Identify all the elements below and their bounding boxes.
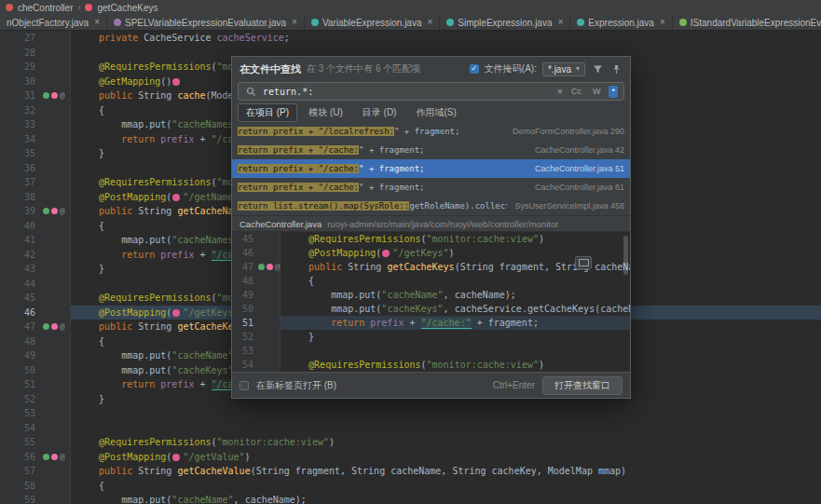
pin-icon[interactable] [609,62,623,75]
preview-code-line[interactable]: 46 @PostMapping("/getKeys") [232,246,630,260]
floating-editor-toolbar-icon[interactable] [575,256,592,269]
code-line[interactable]: 57 public String getCacheValue(String fr… [0,464,821,479]
preview-code-line[interactable]: 45 @RequiresPermissions("monitor:cache:v… [232,232,630,246]
line-number: 35 [0,146,43,161]
editor-tab-bar: nObjectFactory.java×SPELVariableExpressi… [0,15,821,31]
code-segment: , cacheName); [234,495,307,504]
url-mapping-inlay-icon [172,309,180,317]
scope-tab[interactable]: 作用域(S) [407,103,464,122]
code-segment: prefix [160,379,194,389]
code-line[interactable]: 27 private CacheService cacheService; [0,31,821,46]
editor-tab[interactable]: SimpleExpression.java× [440,15,570,30]
spring-mapping-icon[interactable] [43,454,49,460]
method-marker-icon[interactable] [51,92,58,99]
result-file-ref: CacheController.java 61 [535,183,624,192]
spring-mapping-icon[interactable] [43,208,49,214]
tab-close-icon[interactable]: × [292,18,297,27]
preview-gutter-icon-area: @ [258,260,281,274]
line-number: 40 [0,219,43,234]
spring-mapping-icon[interactable] [258,264,265,270]
code-segment: "/getValue" [183,452,244,462]
search-result-row[interactable]: return list.stream().map(SysRole::getRol… [232,197,630,215]
search-result-row[interactable]: return prefix + "/localrefresh:" + fragm… [232,122,630,141]
code-segment: ) [329,437,335,447]
filter-icon[interactable] [591,62,604,75]
tab-close-icon[interactable]: × [427,18,432,27]
editor-tab[interactable]: SPELVariableExpressionEvaluator.java× [107,15,305,30]
code-segment: () [160,76,171,87]
code-segment: return [76,134,160,144]
breadcrumb-method[interactable]: getCacheKeys [97,3,157,13]
breadcrumb-class[interactable]: cheController [18,3,73,13]
gutter-icon-area [43,392,71,407]
gutter-icon-area [43,421,71,436]
scope-tab[interactable]: 模块 (U) [300,103,351,122]
spring-mapping-icon[interactable] [43,92,49,99]
tab-close-icon[interactable]: × [94,18,100,27]
tab-label: nObjectFactory.java [7,18,89,28]
search-result-row[interactable]: return prefix + "/cache:" + fragment;Cac… [232,159,630,178]
gutter-icon-area [43,117,71,132]
editor-tab[interactable]: nObjectFactory.java× [0,15,107,30]
method-marker-icon[interactable] [51,454,58,460]
code-segment: @PostMapping [76,307,166,318]
open-find-window-button[interactable]: 打开查找窗口 [542,376,623,395]
scope-tab[interactable]: 目录 (D) [354,103,405,122]
scope-tab[interactable]: 在项目 (P) [238,103,297,122]
preview-code-line[interactable]: 54 @RequiresPermissions("monitor:cache:v… [232,358,630,372]
preview-code-line[interactable]: 52 } [232,330,630,344]
result-file-ref: DemoFormController.java 290 [513,127,624,136]
code-line[interactable]: 54 [0,421,821,436]
find-in-files-popup: 在文件中查找 在 3 个文件中有 6 个匹配项 ✓ 文件掩码(A): *.jav… [231,56,631,399]
match-case-toggle[interactable]: Cc [568,86,584,98]
method-marker-icon[interactable] [51,323,58,330]
code-segment: @PostMapping [76,452,166,462]
editor-tab[interactable]: IStandardVariableExpressionEvaluator.jav… [673,15,821,30]
open-in-new-tab-checkbox[interactable] [239,381,249,390]
line-number: 52 [0,392,43,407]
method-marker-icon[interactable] [267,264,273,270]
code-line[interactable]: 56@ @PostMapping("/getValue") [0,450,821,465]
gutter-icon-area [43,31,71,46]
code-line[interactable]: 59 mmap.put("cacheName", cacheName); [0,493,821,504]
words-toggle[interactable]: W [590,86,604,98]
method-marker-icon[interactable] [51,208,58,214]
tab-close-icon[interactable]: × [660,18,665,27]
code-segment: String [138,321,177,332]
editor-tab[interactable]: Expression.java× [570,15,672,30]
preview-code-line[interactable]: 53 [232,344,630,358]
search-input[interactable] [263,87,552,97]
breadcrumb-separator: › [77,3,80,12]
preview-code-line[interactable]: 50 mmap.put("cacheKeys", cacheService.ge… [232,302,630,316]
clear-search-icon[interactable]: × [557,87,563,97]
spring-mapping-icon[interactable] [43,323,49,330]
code-segment: @RequiresPermissions [76,177,212,187]
preview-code-text: mmap.put("cacheKeys", cacheService.getCa… [281,302,630,316]
preview-scrollbar[interactable] [623,236,628,275]
search-result-row[interactable]: return prefix + "/cache:" + fragment;Cac… [232,141,630,159]
search-result-row[interactable]: return prefix + "/cache:" + fragment;Cac… [232,178,630,197]
line-number: 38 [0,190,43,205]
code-line[interactable]: 53 [0,406,821,421]
regex-toggle[interactable]: * [609,86,618,98]
preview-code-line[interactable]: 51 return prefix + "/cache:" + fragment; [232,316,630,330]
line-number: 53 [0,406,43,421]
code-segment: mmap.put( [76,119,171,129]
match-highlight: return prefix + "/cache: [238,164,359,173]
tab-close-icon[interactable]: × [558,18,564,27]
gutter-icon-area [43,406,71,421]
file-mask-select[interactable]: *.java ▾ [542,62,585,76]
preview-code-line[interactable]: 49 mmap.put("cacheName", cacheName); [232,288,630,302]
code-line[interactable]: 58 { [0,479,821,494]
code-line[interactable]: 55 @RequiresPermissions("monitor:cache:v… [0,435,821,450]
code-segment: (String fragment, String cacheName, Mode… [455,262,630,272]
tab-label: Expression.java [588,18,654,28]
code-segment: ) [539,360,544,370]
search-field[interactable]: × Cc W * [238,82,624,101]
preview-code-line[interactable]: 48 { [232,274,630,288]
file-mask-checkbox[interactable]: ✓ [470,64,479,74]
code-segment: CacheService [144,33,216,43]
editor-tab[interactable]: VariableExpression.java× [305,15,440,30]
preview-code-line[interactable]: 47@ public String getCacheKeys(String fr… [232,260,630,274]
preview-pane[interactable]: 45 @RequiresPermissions("monitor:cache:v… [232,231,630,372]
